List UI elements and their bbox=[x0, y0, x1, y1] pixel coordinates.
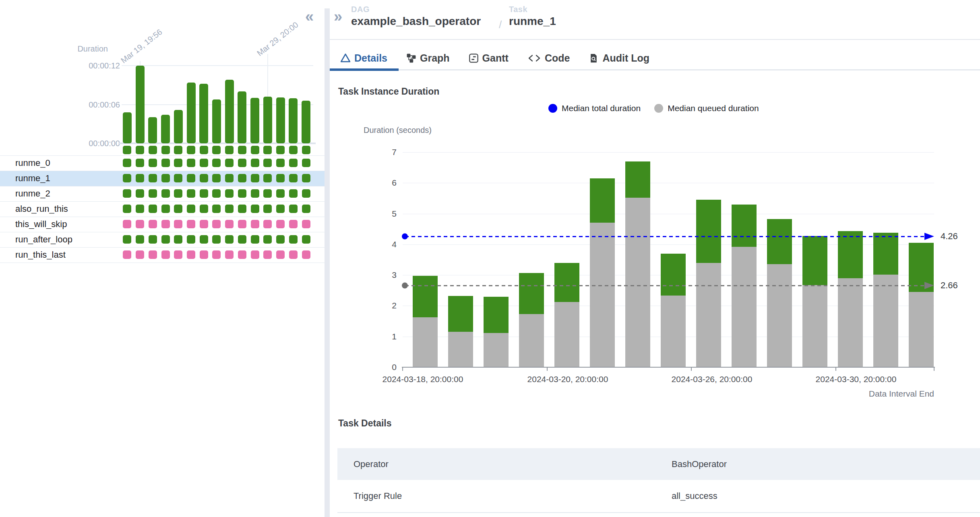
dag-run-state-square[interactable] bbox=[161, 146, 170, 154]
dag-run-state-square[interactable] bbox=[251, 146, 259, 154]
dag-run-state-square[interactable] bbox=[238, 146, 246, 154]
task-instance-square[interactable] bbox=[123, 250, 131, 259]
task-instance-square[interactable] bbox=[187, 189, 195, 198]
task-instance-square[interactable] bbox=[149, 250, 157, 259]
task-row-label-run_after_loop[interactable]: run_after_loop bbox=[15, 232, 72, 247]
task-instance-square[interactable] bbox=[238, 174, 246, 182]
task-instance-square[interactable] bbox=[263, 159, 272, 167]
task-instance-square[interactable] bbox=[238, 159, 246, 167]
task-instance-square[interactable] bbox=[174, 250, 182, 259]
task-instance-square[interactable] bbox=[212, 220, 221, 228]
task-instance-square[interactable] bbox=[174, 220, 182, 228]
task-instance-square[interactable] bbox=[174, 235, 182, 244]
task-instance-square[interactable] bbox=[302, 205, 310, 213]
task-instance-square[interactable] bbox=[225, 205, 234, 213]
task-instance-square[interactable] bbox=[161, 250, 170, 259]
task-instance-square[interactable] bbox=[200, 205, 208, 213]
task-row-label-runme_0[interactable]: runme_0 bbox=[15, 155, 50, 171]
task-instance-square[interactable] bbox=[123, 159, 131, 167]
task-instance-square[interactable] bbox=[123, 174, 131, 182]
task-instance-square[interactable] bbox=[212, 174, 221, 182]
task-instance-square[interactable] bbox=[187, 250, 195, 259]
task-instance-square[interactable] bbox=[251, 250, 259, 259]
task-instance-square[interactable] bbox=[200, 174, 208, 182]
task-instance-square[interactable] bbox=[212, 235, 221, 244]
task-instance-square[interactable] bbox=[225, 174, 234, 182]
task-instance-square[interactable] bbox=[149, 205, 157, 213]
task-instance-square[interactable] bbox=[187, 205, 195, 213]
task-instance-square[interactable] bbox=[302, 250, 310, 259]
task-instance-square[interactable] bbox=[276, 250, 285, 259]
task-instance-square[interactable] bbox=[251, 189, 259, 198]
task-row-label-runme_1[interactable]: runme_1 bbox=[15, 171, 50, 186]
task-instance-square[interactable] bbox=[276, 220, 285, 228]
task-instance-square[interactable] bbox=[225, 235, 234, 244]
task-instance-square[interactable] bbox=[238, 220, 246, 228]
task-instance-square[interactable] bbox=[200, 220, 208, 228]
task-instance-square[interactable] bbox=[149, 159, 157, 167]
task-instance-square[interactable] bbox=[136, 250, 144, 259]
dag-run-state-square[interactable] bbox=[149, 146, 157, 154]
task-row-label-also_run_this[interactable]: also_run_this bbox=[15, 201, 68, 217]
task-instance-square[interactable] bbox=[263, 205, 272, 213]
task-instance-square[interactable] bbox=[276, 205, 285, 213]
task-instance-square[interactable] bbox=[200, 159, 208, 167]
dag-run-state-square[interactable] bbox=[289, 146, 298, 154]
task-instance-square[interactable] bbox=[225, 189, 234, 198]
task-instance-square[interactable] bbox=[161, 235, 170, 244]
task-row-label-this_will_skip[interactable]: this_will_skip bbox=[15, 217, 67, 232]
task-instance-square[interactable] bbox=[302, 235, 310, 244]
task-instance-square[interactable] bbox=[149, 235, 157, 244]
task-instance-square[interactable] bbox=[263, 174, 272, 182]
task-instance-square[interactable] bbox=[174, 189, 182, 198]
task-instance-square[interactable] bbox=[238, 250, 246, 259]
task-instance-square[interactable] bbox=[225, 250, 234, 259]
dag-run-state-square[interactable] bbox=[200, 146, 208, 154]
task-instance-square[interactable] bbox=[136, 220, 144, 228]
task-instance-square[interactable] bbox=[289, 235, 298, 244]
task-instance-square[interactable] bbox=[212, 159, 221, 167]
task-instance-square[interactable] bbox=[174, 159, 182, 167]
task-instance-square[interactable] bbox=[302, 174, 310, 182]
task-row-label-runme_2[interactable]: runme_2 bbox=[15, 186, 50, 201]
task-instance-square[interactable] bbox=[251, 159, 259, 167]
task-instance-square[interactable] bbox=[302, 159, 310, 167]
task-instance-square[interactable] bbox=[187, 220, 195, 228]
task-instance-square[interactable] bbox=[123, 189, 131, 198]
dag-run-state-square[interactable] bbox=[212, 146, 221, 154]
task-instance-square[interactable] bbox=[212, 189, 221, 198]
task-instance-square[interactable] bbox=[289, 174, 298, 182]
dag-run-state-square[interactable] bbox=[174, 146, 182, 154]
task-instance-square[interactable] bbox=[200, 250, 208, 259]
task-instance-square[interactable] bbox=[187, 159, 195, 167]
task-instance-square[interactable] bbox=[251, 235, 259, 244]
dag-run-state-square[interactable] bbox=[225, 146, 234, 154]
task-instance-square[interactable] bbox=[149, 189, 157, 198]
task-instance-square[interactable] bbox=[136, 174, 144, 182]
task-instance-square[interactable] bbox=[302, 220, 310, 228]
task-instance-square[interactable] bbox=[161, 220, 170, 228]
task-instance-square[interactable] bbox=[187, 235, 195, 244]
task-row-label-run_this_last[interactable]: run_this_last bbox=[15, 247, 66, 263]
task-instance-square[interactable] bbox=[238, 189, 246, 198]
task-instance-square[interactable] bbox=[200, 235, 208, 244]
task-instance-square[interactable] bbox=[263, 220, 272, 228]
task-instance-square[interactable] bbox=[161, 174, 170, 182]
task-instance-square[interactable] bbox=[276, 174, 285, 182]
task-instance-square[interactable] bbox=[136, 205, 144, 213]
dag-run-state-square[interactable] bbox=[276, 146, 285, 154]
task-instance-square[interactable] bbox=[123, 205, 131, 213]
dag-run-state-square[interactable] bbox=[263, 146, 272, 154]
task-instance-square[interactable] bbox=[276, 159, 285, 167]
dag-run-state-square[interactable] bbox=[187, 146, 195, 154]
dag-run-state-square[interactable] bbox=[136, 146, 144, 154]
dag-run-state-square[interactable] bbox=[123, 146, 131, 154]
task-instance-square[interactable] bbox=[161, 189, 170, 198]
task-instance-square[interactable] bbox=[123, 235, 131, 244]
task-instance-square[interactable] bbox=[289, 250, 298, 259]
task-instance-square[interactable] bbox=[149, 174, 157, 182]
task-instance-square[interactable] bbox=[276, 235, 285, 244]
task-instance-square[interactable] bbox=[174, 205, 182, 213]
task-instance-square[interactable] bbox=[263, 189, 272, 198]
task-instance-square[interactable] bbox=[136, 159, 144, 167]
